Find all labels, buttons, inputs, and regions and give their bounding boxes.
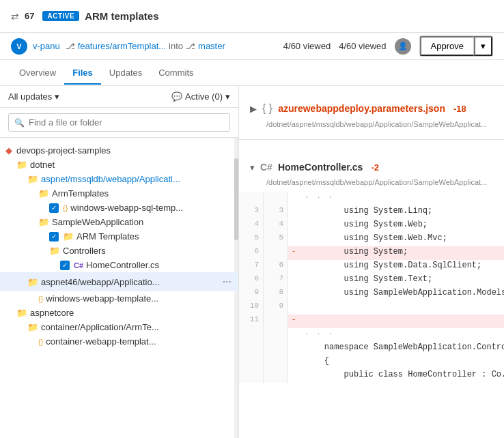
checkbox-homecontroller[interactable]: ✓ [60, 261, 70, 270]
cs-diff-badge: -2 [371, 162, 379, 173]
tree-item-aspnetcore[interactable]: 📁 aspnetcore [0, 306, 238, 320]
branch-info: ⎇ features/armTemplat... into ⎇ master [66, 41, 225, 51]
line-content: using SampleWebApplication.Models; [299, 287, 504, 301]
search-input-wrap: 🔍 [8, 113, 230, 132]
viewed-count: 4/60 viewed [283, 41, 331, 51]
line-num-new: 5 [264, 233, 288, 246]
folder-icon: 📁 [38, 188, 49, 199]
code-block: · · · 3 3 using System.Linq; 4 4 using S… [239, 192, 504, 383]
tree-item-dotnet[interactable]: 📁 dotnet [0, 158, 238, 172]
json-file-header[interactable]: ▶ { } azurewebappdeploy.parameters.json … [239, 97, 504, 120]
brace-icon: { } [262, 102, 272, 115]
filter-bar: All updates ▾ 💬 Active (0) ▾ [0, 86, 238, 108]
tab-commits[interactable]: Commits [150, 62, 201, 85]
line-content: using System.Text; [299, 274, 504, 287]
tree-item-homecontroller[interactable]: ✓ C# HomeController.cs [0, 258, 238, 272]
line-num-old [239, 342, 264, 355]
code-row-4: 4 4 using System.Web; [239, 219, 504, 233]
target-branch-icon: ⎇ [186, 42, 195, 51]
code-row-6-del: 6 - using System; [239, 246, 504, 260]
code-row-namespace: namespace SampleWebApplication.Contro... [239, 342, 504, 355]
tab-overview[interactable]: Overview [11, 62, 64, 85]
approve-main-button[interactable]: Approve [420, 36, 474, 56]
cs-file-header[interactable]: ▾ C# HomeController.cs -2 [239, 156, 504, 178]
active-filter[interactable]: 💬 Active (0) ▾ [171, 91, 230, 102]
active-filter-label: Active (0) [185, 91, 223, 102]
line-content: · · · [299, 328, 504, 342]
user-avatar-btn[interactable]: 👤 [395, 38, 411, 55]
code-row-ellipsis-mid: · · · [239, 328, 504, 342]
folder-icon: 📁 [16, 160, 27, 170]
item-label: aspnet/mssqldb/webapp/Applicati... [41, 174, 180, 184]
context-menu-button[interactable]: ··· [219, 274, 236, 289]
tree-item-aspnet[interactable]: 📁 aspnet/mssqldb/webapp/Applicati... [0, 172, 238, 186]
line-num-new [264, 369, 288, 383]
folder-icon: 📁 [27, 174, 38, 184]
code-row-3: 3 3 using System.Linq; [239, 205, 504, 219]
line-num-new [264, 342, 288, 355]
json-file-name: azurewebappdeploy.parameters.json [278, 103, 445, 114]
approve-button-group: Approve ▾ [419, 35, 493, 57]
username[interactable]: v-panu [33, 41, 60, 51]
tree-root[interactable]: ◆ devops-project-samples [0, 143, 238, 158]
line-marker [288, 274, 299, 287]
code-row-11-del: 11 - [239, 315, 504, 328]
line-num-new: 7 [264, 274, 288, 287]
tree-item-samplewebapp[interactable]: 📁 SampleWebApplication [0, 215, 238, 229]
code-row-9: 9 8 using SampleWebApplication.Models; [239, 287, 504, 301]
code-row-8: 8 7 using System.Text; [239, 274, 504, 287]
search-bar: 🔍 [0, 108, 238, 138]
pr-number: 67 [25, 11, 34, 21]
line-num-old: 7 [239, 260, 264, 274]
chevron-down-icon: ▾ [55, 91, 59, 102]
folder-icon: 📁 [16, 308, 27, 318]
source-branch[interactable]: features/armTemplat... [78, 41, 166, 51]
viewed-text: 4/60 viewed [339, 41, 386, 51]
line-num-old: 5 [239, 233, 264, 246]
tree-item-container-app[interactable]: 📁 container/Application/ArmTe... [0, 320, 238, 334]
line-content [299, 301, 504, 315]
tree-item-windows-sql[interactable]: ✓ {} windows-webapp-sql-temp... [0, 201, 238, 215]
line-num-old: 4 [239, 219, 264, 233]
item-label: aspnetcore [30, 308, 74, 318]
folder-icon: 📁 [49, 246, 60, 256]
line-num-old [239, 328, 264, 342]
tab-updates[interactable]: Updates [101, 62, 150, 85]
tree-item-arm-templates[interactable]: ✓ 📁 ARM Templates [0, 229, 238, 244]
checkbox-reviewed[interactable]: ✓ [49, 203, 59, 213]
root-label: devops-project-samples [16, 145, 111, 156]
folder-icon: 📁 [27, 322, 38, 332]
tree-item-armtemplates[interactable]: 📁 ArmTemplates [0, 186, 238, 201]
file-section-json: ▶ { } azurewebappdeploy.parameters.json … [239, 86, 504, 134]
line-marker [288, 328, 299, 342]
approve-dropdown-button[interactable]: ▾ [474, 36, 492, 56]
all-updates-filter[interactable]: All updates ▾ [8, 91, 59, 102]
item-label: SampleWebApplication [52, 217, 143, 227]
item-label: dotnet [30, 160, 55, 170]
left-panel: All updates ▾ 💬 Active (0) ▾ 🔍 ◆ devops-… [0, 86, 239, 438]
code-row-10: 10 9 [239, 301, 504, 315]
item-label: ArmTemplates [52, 188, 109, 199]
line-content: using System.Linq; [299, 205, 504, 219]
tree-item-container-webapp[interactable]: {} container-webapp-templat... [0, 334, 238, 349]
cs-icon: C# [74, 261, 83, 269]
root-icon: ◆ [5, 145, 12, 156]
line-num-old: 6 [239, 246, 264, 260]
tree-item-controllers[interactable]: 📁 Controllers [0, 244, 238, 258]
line-num-new [264, 192, 288, 205]
search-input[interactable] [29, 117, 224, 128]
item-label: aspnet46/webapp/Applicatio... [41, 277, 219, 287]
line-num-old: 9 [239, 287, 264, 301]
line-content [299, 315, 504, 328]
tree-item-windows-webapp[interactable]: {} windows-webapp-template... [0, 291, 238, 306]
json-icon: {} [38, 295, 43, 303]
cs-lang-badge: C# [260, 162, 272, 173]
line-content: using System.Web.Mvc; [299, 233, 504, 246]
checkbox-arm[interactable]: ✓ [49, 232, 59, 242]
item-label: container/Application/ArmTe... [41, 322, 159, 332]
target-branch[interactable]: master [198, 41, 225, 51]
json-file-path: /dotnet/aspnet/mssqldb/webapp/Applicatio… [239, 120, 504, 134]
tree-item-aspnet46[interactable]: 📁 aspnet46/webapp/Applicatio... ··· [0, 272, 238, 291]
tab-files[interactable]: Files [64, 62, 101, 85]
item-label: HomeController.cs [86, 260, 159, 270]
